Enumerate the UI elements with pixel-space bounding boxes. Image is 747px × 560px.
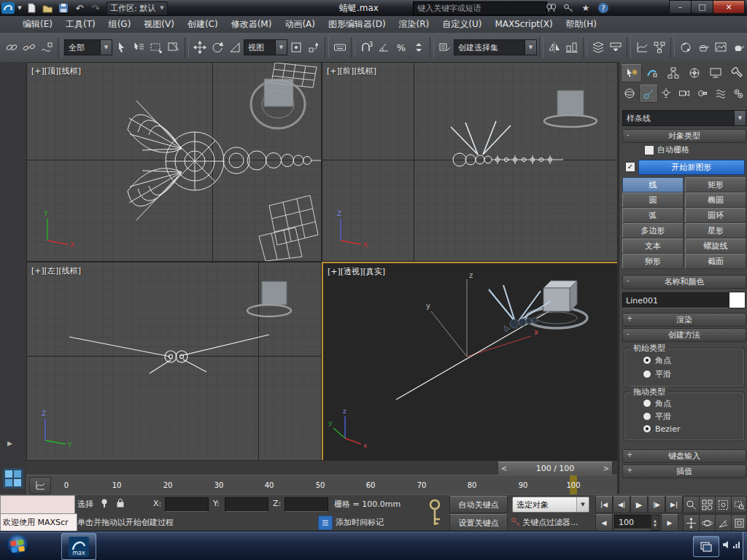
unlink-selection-icon[interactable] [20, 38, 38, 57]
object-color-swatch[interactable] [729, 292, 746, 308]
bind-to-space-warp-icon[interactable] [38, 38, 55, 57]
shape-button-arc[interactable]: 弧 [622, 208, 684, 223]
shape-button-rectangle[interactable]: 矩形 [685, 177, 746, 192]
key-filters-button[interactable]: 关键点过滤器... [522, 517, 578, 528]
initial-smooth-radio[interactable] [643, 370, 651, 378]
go-to-start-button[interactable]: |◀ [595, 496, 613, 513]
time-slider[interactable]: < 100 / 100 > [26, 460, 617, 476]
previous-key-button[interactable]: ◀| [613, 496, 630, 513]
menu-help[interactable]: 帮助(H) [560, 16, 603, 33]
shape-button-donut[interactable]: 圆环 [685, 208, 746, 223]
start-new-shape-checkbox[interactable]: ✓ [625, 162, 635, 172]
viewport-perspective[interactable]: [+][透视][真实] z y x [322, 262, 620, 463]
chevron-down-icon[interactable]: ▼ [100, 40, 112, 55]
app-logo-icon[interactable] [1, 1, 15, 15]
tab-utilities[interactable] [727, 64, 746, 81]
track-bar[interactable]: 0 10 20 30 40 50 60 70 80 90 100 [26, 475, 617, 496]
next-frame-button[interactable]: > [600, 464, 612, 472]
menu-graph-editors[interactable]: 图形编辑器(D) [322, 16, 392, 33]
zoom-all-icon[interactable] [699, 496, 716, 513]
graphite-ribbon-icon[interactable] [607, 38, 624, 57]
rectangular-selection-region-icon[interactable] [147, 38, 165, 57]
time-slider-handle[interactable]: < 100 / 100 > [498, 462, 613, 475]
snaps-toggle-3d-icon[interactable]: 3 [357, 38, 375, 57]
undo-icon[interactable]: ↶ [72, 1, 87, 15]
render-production-icon[interactable] [729, 38, 747, 57]
maxscript-listener-welcome[interactable]: 欢迎使用 MAXScr [0, 513, 77, 533]
start-new-shape-button[interactable]: 开始新图形 [638, 160, 745, 175]
window-crossing-icon[interactable] [165, 38, 182, 57]
favorites-star-icon[interactable]: ★ [578, 1, 593, 15]
chevron-down-icon[interactable]: ▼ [275, 40, 287, 55]
viewport-perspective-label[interactable]: [+][透视][真实] [328, 266, 385, 277]
z-coord-field[interactable] [285, 497, 328, 512]
keyboard-shortcut-override-icon[interactable] [331, 38, 349, 57]
selection-lock-icon[interactable] [114, 497, 127, 510]
current-frame-field[interactable]: 100 [614, 515, 654, 529]
select-and-rotate-icon[interactable] [209, 38, 226, 57]
reference-coordinate-dropdown[interactable]: 视图 ▼ [244, 39, 287, 55]
named-selection-sets-dropdown[interactable]: 创建选择集 ▼ [454, 39, 537, 55]
curve-editor-icon[interactable] [633, 38, 651, 57]
expand-toolbar-arrow-icon[interactable]: ▶ [7, 440, 12, 447]
save-file-icon[interactable] [56, 1, 71, 15]
chevron-down-icon[interactable]: ▼ [576, 497, 589, 512]
viewport-layout-tabs-icon[interactable] [2, 467, 24, 491]
field-of-view-icon[interactable] [715, 514, 732, 532]
pan-view-icon[interactable] [683, 514, 700, 532]
tab-display[interactable] [705, 64, 725, 81]
menu-modifiers[interactable]: 修改器(M) [225, 16, 279, 33]
shape-button-ngon[interactable]: 多边形 [622, 223, 684, 238]
search-icon[interactable] [543, 1, 558, 15]
subscription-key-icon[interactable] [561, 1, 576, 15]
tab-hierarchy[interactable] [663, 64, 683, 81]
material-editor-icon[interactable] [677, 38, 694, 57]
menu-tools[interactable]: 工具(T) [59, 16, 102, 33]
drag-bezier-radio-row[interactable]: Bezier [643, 424, 680, 434]
next-frame-step-button[interactable]: ▶ [661, 514, 678, 532]
zoom-icon[interactable] [683, 496, 700, 513]
subtab-systems[interactable] [730, 85, 746, 101]
rendered-frame-window-icon[interactable] [712, 38, 729, 57]
key-filters-icon[interactable] [511, 516, 521, 529]
select-and-link-icon[interactable] [3, 38, 20, 57]
open-file-icon[interactable] [40, 1, 55, 15]
drag-corner-radio[interactable] [643, 399, 651, 408]
time-tag-icon[interactable] [318, 516, 333, 530]
previous-frame-step-button[interactable]: ◀ [595, 514, 613, 532]
rollout-keyboard-entry[interactable]: + 键盘输入 [622, 449, 746, 463]
drag-smooth-radio-row[interactable]: 平滑 [643, 411, 671, 422]
shape-button-line[interactable]: 线 [622, 177, 684, 192]
workspace-dropdown[interactable]: 工作区: 默认 ▼ [107, 1, 168, 15]
autogrid-checkbox[interactable] [644, 145, 654, 155]
angle-snap-toggle-icon[interactable] [375, 38, 392, 57]
new-scene-icon[interactable] [24, 1, 39, 15]
next-key-button[interactable]: |▶ [648, 496, 665, 513]
layer-manager-icon[interactable] [589, 38, 607, 57]
percent-snap-toggle-icon[interactable]: % [392, 38, 410, 57]
chevron-down-icon[interactable]: ▼ [734, 111, 746, 125]
spinner-snap-toggle-icon[interactable] [410, 38, 427, 57]
help-icon[interactable]: ? [596, 1, 611, 15]
select-by-name-icon[interactable] [130, 38, 147, 57]
tab-create[interactable] [621, 64, 642, 82]
subtab-shapes[interactable] [639, 85, 658, 103]
tab-modify[interactable] [642, 64, 662, 81]
menu-rendering[interactable]: 渲染(R) [392, 16, 436, 33]
select-and-scale-icon[interactable] [226, 38, 244, 57]
orbit-icon[interactable] [699, 514, 716, 532]
menu-views[interactable]: 视图(V) [137, 16, 181, 33]
taskbar-3dsmax-button[interactable]: max [61, 533, 96, 560]
zoom-extents-icon[interactable] [715, 496, 732, 513]
maxscript-listener-top[interactable] [0, 495, 75, 515]
edit-named-selection-sets-icon[interactable] [436, 38, 454, 57]
frame-spinner[interactable]: ▲ ▼ [651, 515, 659, 531]
add-time-tag-label[interactable]: 添加时间标记 [336, 517, 384, 528]
select-and-move-icon[interactable] [191, 38, 209, 57]
subtab-lights[interactable] [657, 85, 675, 101]
menu-maxscript[interactable]: MAXScript(X) [488, 16, 559, 33]
infocenter-search-input[interactable] [413, 1, 547, 15]
subtab-space-warps[interactable] [712, 85, 729, 101]
viewport-left[interactable]: [+][左][线框] Z Y [26, 262, 322, 462]
initial-corner-radio-row[interactable]: 角点 [643, 355, 671, 366]
